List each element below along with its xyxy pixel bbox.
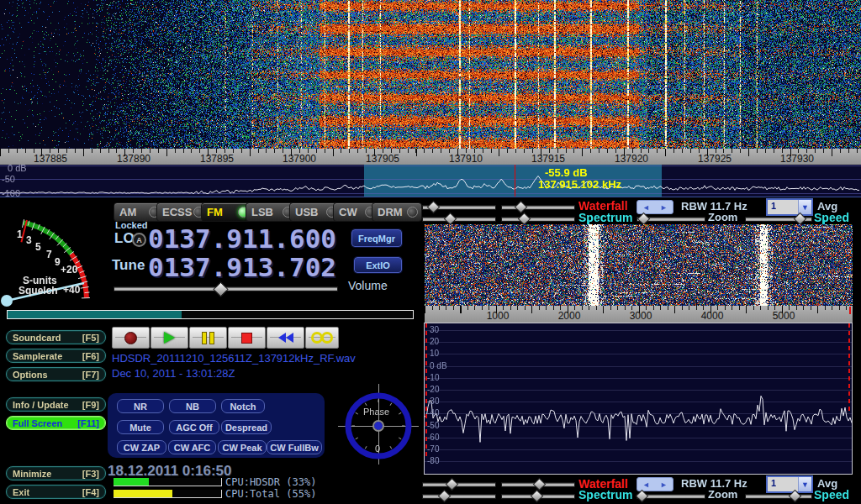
slider-handle[interactable] xyxy=(518,213,531,226)
pause-button[interactable] xyxy=(189,327,227,349)
cpu-hdsdr-fill xyxy=(114,478,149,486)
db-tick-label: 10 xyxy=(430,349,439,358)
mode-label: AM xyxy=(119,206,136,218)
zoom-label: Zoom xyxy=(708,488,737,501)
cw-zap-button[interactable]: CW ZAP xyxy=(117,440,166,454)
cw-fullbw-button[interactable]: CW FullBw xyxy=(267,440,322,454)
waterfall-upper-limit-slider[interactable] xyxy=(422,482,496,487)
exit-button[interactable]: Exit[F4] xyxy=(6,485,106,499)
extio-button[interactable]: ExtIO xyxy=(354,257,402,273)
squelch-level-fill xyxy=(8,311,182,318)
fullscreen-button[interactable]: Full Screen[F11] xyxy=(6,416,106,430)
slider-handle[interactable] xyxy=(515,201,528,214)
avg-dropdown-value: 1 xyxy=(768,477,798,491)
main-frequency-scale[interactable]: 137885 137890 137895 137900 137905 13791… xyxy=(0,149,861,165)
loop-button[interactable] xyxy=(305,327,339,349)
button-label: Minimize xyxy=(13,469,51,479)
record-icon xyxy=(124,332,137,344)
nr-button[interactable]: NR xyxy=(117,399,164,413)
button-hotkey: [F3] xyxy=(82,469,99,479)
minimize-button[interactable]: Minimize[F3] xyxy=(6,466,106,480)
dsp-label: CW FullBw xyxy=(270,443,318,453)
agc-off-button[interactable]: AGC Off xyxy=(169,420,219,434)
info-update-button[interactable]: Info / Update[F9] xyxy=(6,397,106,412)
waterfall-lower-limit-slider[interactable] xyxy=(501,205,575,210)
freq-tick-label: 137900 xyxy=(274,153,325,165)
db-tick-label: -10 xyxy=(427,373,439,382)
slider-handle[interactable] xyxy=(427,201,441,214)
button-label: Exit xyxy=(13,487,29,497)
speed-label: Speed xyxy=(814,211,849,224)
samplerate-button[interactable]: Samplerate[F6] xyxy=(6,349,106,363)
slider-handle[interactable] xyxy=(438,490,452,503)
phase-dial[interactable] xyxy=(336,382,420,466)
cpu-hdsdr-label: CPU:HDSDR (33%) xyxy=(225,476,316,488)
freq-tick-label: 137910 xyxy=(441,153,491,165)
options-button[interactable]: Options[F7] xyxy=(6,367,106,381)
db-tick-label: -70 xyxy=(427,444,439,454)
soundcard-button[interactable]: Soundcard[F5] xyxy=(6,330,106,344)
hdsdr-window: 137885 137890 137895 137900 137905 13791… xyxy=(0,0,861,504)
auto-lo-button[interactable]: A xyxy=(132,233,146,247)
tune-cursor-line[interactable] xyxy=(515,165,515,197)
slider-handle[interactable] xyxy=(531,490,544,503)
slider-handle[interactable] xyxy=(444,213,457,226)
mode-led xyxy=(407,207,418,218)
slider-handle[interactable] xyxy=(446,478,459,491)
db-tick-label: -40 xyxy=(427,408,439,417)
smeter-tick: 1 xyxy=(17,228,23,240)
button-hotkey: [F6] xyxy=(82,351,99,361)
record-button[interactable] xyxy=(112,327,150,349)
mode-button-drm[interactable]: DRM xyxy=(372,202,422,222)
button-label: Full Screen xyxy=(13,418,62,428)
main-spectrum-display[interactable]: 0 dB -50 -100 -55.9 dB 137.915.102 kHz xyxy=(0,165,861,197)
button-label: Soundcard xyxy=(13,333,61,343)
spectrum-upper-limit-slider[interactable] xyxy=(422,217,496,222)
waterfall-scroll-buttons[interactable]: ◄► xyxy=(637,200,673,214)
despread-button[interactable]: Despread xyxy=(221,420,272,434)
audio-waterfall-display[interactable] xyxy=(425,224,853,306)
speed-label: Speed xyxy=(814,488,849,501)
arrow-right-icon: ► xyxy=(660,480,668,489)
freqmgr-button[interactable]: FreqMgr xyxy=(351,229,402,247)
button-hotkey: [F9] xyxy=(82,400,99,410)
button-label: Samplerate xyxy=(13,351,62,361)
avg-dropdown[interactable]: 1 ▼ xyxy=(766,475,813,493)
play-button[interactable] xyxy=(151,327,188,349)
squelch-level-bar[interactable] xyxy=(7,310,414,319)
tune-frequency-display[interactable]: 0137.913.702 xyxy=(148,252,336,282)
cw-peak-button[interactable]: CW Peak xyxy=(218,440,267,454)
lo-frequency-display[interactable]: 0137.911.600 xyxy=(148,223,336,254)
nb-button[interactable]: NB xyxy=(169,399,216,413)
dsp-label: AGC Off xyxy=(176,423,212,433)
audio-spectrum-trace xyxy=(425,323,852,474)
spectrum-lower-limit-slider[interactable] xyxy=(501,217,575,222)
avg-dropdown[interactable]: 1 ▼ xyxy=(766,198,813,216)
freq-tick-label: 1000 xyxy=(473,310,523,322)
zoom-slider-handle[interactable] xyxy=(637,213,651,226)
freq-tick-label: 5000 xyxy=(758,310,809,322)
mute-button[interactable]: Mute xyxy=(117,420,164,434)
arrow-left-icon: ◄ xyxy=(642,480,650,489)
freq-tick-label: 137915 xyxy=(523,153,573,165)
notch-button[interactable]: Notch xyxy=(221,399,265,413)
zoom-label: Zoom xyxy=(708,211,737,223)
speed-slider[interactable] xyxy=(745,494,812,499)
loop-icon xyxy=(311,332,333,344)
db-tick-label: -30 xyxy=(427,396,439,406)
audio-spectrum-display[interactable]: 30 20 10 0 dB -10 -20 -30 -40 -50 -60 -7… xyxy=(424,323,853,475)
slider-handle[interactable] xyxy=(533,478,547,491)
spectrum-upper-limit-slider[interactable] xyxy=(422,494,496,499)
stop-button[interactable] xyxy=(228,327,266,349)
rewind-button[interactable] xyxy=(267,327,304,349)
audio-frequency-scale[interactable]: 1000 2000 3000 4000 5000 xyxy=(425,306,853,323)
smeter-tick: 9 xyxy=(55,256,61,268)
main-waterfall-display[interactable] xyxy=(0,0,861,149)
volume-slider-handle[interactable] xyxy=(213,281,228,297)
cw-afc-button[interactable]: CW AFC xyxy=(168,440,216,454)
zoom-slider-handle[interactable] xyxy=(636,490,649,503)
db-axis-label: -50 xyxy=(2,174,15,184)
recording-filename: HDSDR_20111210_125611Z_137912kHz_RF.wav xyxy=(112,352,356,365)
freqmgr-label: FreqMgr xyxy=(358,234,395,244)
chevron-down-icon: ▼ xyxy=(798,477,811,491)
